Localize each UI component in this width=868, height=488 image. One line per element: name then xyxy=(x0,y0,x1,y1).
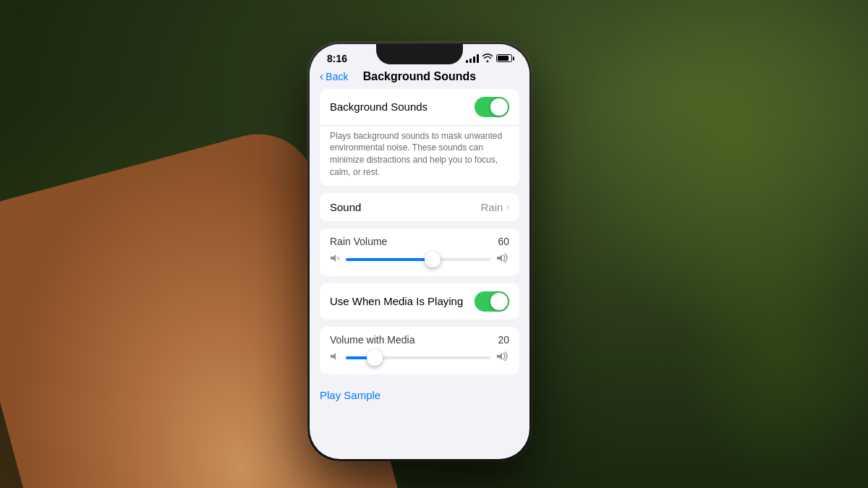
media-volume-min-icon xyxy=(330,351,340,364)
background-sounds-toggle[interactable] xyxy=(475,97,509,117)
back-chevron-icon: ‹ xyxy=(320,71,323,82)
svg-marker-3 xyxy=(331,353,336,360)
settings-content: Background Sounds Plays background sound… xyxy=(310,89,529,446)
sound-label: Sound xyxy=(330,201,361,213)
media-volume-fill xyxy=(346,356,375,359)
svg-marker-0 xyxy=(331,254,336,262)
background-sounds-section: Background Sounds Plays background sound… xyxy=(320,89,519,186)
rain-volume-value: 60 xyxy=(498,236,509,247)
media-playing-row: Use When Media Is Playing xyxy=(320,283,519,320)
sound-chevron-icon: › xyxy=(506,201,509,213)
wifi-icon xyxy=(482,53,493,64)
status-indicators xyxy=(466,53,512,64)
media-playing-toggle[interactable] xyxy=(475,291,509,312)
media-volume-section: Volume with Media 20 xyxy=(320,327,519,374)
phone-screen: 8:16 xyxy=(310,44,529,459)
back-label: Back xyxy=(326,71,348,82)
svg-marker-4 xyxy=(497,353,502,360)
phone-outer: 8:16 xyxy=(307,42,532,461)
media-volume-value: 20 xyxy=(498,334,509,346)
background-sounds-description: Plays background sounds to mask unwanted… xyxy=(320,126,519,186)
nav-bar: ‹ Back Background Sounds xyxy=(310,67,529,89)
rain-volume-fill xyxy=(346,258,433,261)
battery-icon xyxy=(496,54,512,62)
back-button[interactable]: ‹ Back xyxy=(320,71,348,82)
media-volume-track[interactable] xyxy=(346,356,490,359)
media-volume-label: Volume with Media xyxy=(330,334,415,346)
sound-row[interactable]: Sound Rain › xyxy=(320,193,519,221)
volume-min-icon xyxy=(330,253,340,265)
rain-volume-label: Rain Volume xyxy=(330,236,387,247)
volume-max-icon xyxy=(496,253,509,266)
signal-icon xyxy=(466,54,479,63)
svg-line-1 xyxy=(337,257,339,260)
media-volume-max-icon xyxy=(496,351,509,364)
rain-volume-track[interactable] xyxy=(346,258,490,261)
sound-section: Sound Rain › xyxy=(320,193,519,221)
media-playing-label: Use When Media Is Playing xyxy=(330,295,463,307)
sound-value-container: Rain › xyxy=(480,201,509,213)
phone-wrapper: 8:16 xyxy=(307,42,532,461)
rain-volume-thumb[interactable] xyxy=(425,252,441,267)
media-volume-thumb[interactable] xyxy=(367,350,383,366)
sound-current-value: Rain xyxy=(480,201,503,213)
rain-volume-section: Rain Volume 60 xyxy=(320,228,519,276)
page-title: Background Sounds xyxy=(363,70,476,83)
background-sounds-label: Background Sounds xyxy=(330,100,427,113)
status-time: 8:16 xyxy=(327,53,352,64)
play-sample-button[interactable]: Play Sample xyxy=(310,382,529,406)
media-playing-section: Use When Media Is Playing xyxy=(320,283,519,320)
phone-notch xyxy=(376,44,463,64)
background-sounds-row: Background Sounds xyxy=(320,89,519,126)
svg-marker-2 xyxy=(497,254,502,262)
